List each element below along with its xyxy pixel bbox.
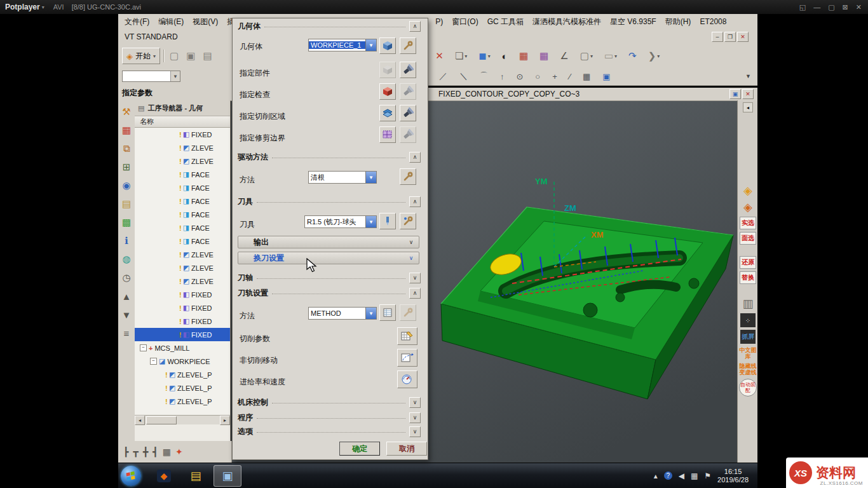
scroll-up-icon[interactable]: ▲ bbox=[119, 289, 133, 303]
taskbar-clock[interactable]: 16:15 2019/6/28 bbox=[717, 468, 749, 484]
expander-icon[interactable]: − bbox=[150, 358, 157, 365]
roles-icon[interactable]: ⚒ bbox=[119, 105, 133, 119]
tree-row[interactable]: !◧FIXED bbox=[135, 128, 230, 141]
tree-row[interactable]: !◩ZLEVEL_P bbox=[135, 395, 230, 408]
edit-tool-button[interactable] bbox=[400, 213, 416, 229]
dark-tool-icon[interactable]: ⁘ bbox=[740, 313, 756, 327]
chinese-library-button[interactable]: 中文图库 bbox=[739, 347, 757, 360]
collapse-path-icon[interactable]: ∧ bbox=[409, 288, 421, 299]
tree-row[interactable]: !◧FIXED bbox=[135, 301, 230, 315]
scroll-thumb[interactable] bbox=[146, 416, 177, 424]
child-close-icon[interactable]: ✕ bbox=[737, 32, 749, 42]
hot-tool-icon[interactable]: ✦ bbox=[175, 447, 183, 457]
layer-combo[interactable]: ▼ bbox=[122, 71, 180, 82]
new-geometry-button[interactable] bbox=[379, 37, 396, 54]
snap-mid-icon[interactable]: ＼ bbox=[458, 69, 470, 83]
maximize-icon[interactable]: ▢ bbox=[828, 3, 834, 11]
restore-button[interactable]: 还原 bbox=[740, 256, 756, 269]
assembly-red-icon[interactable]: ▦ bbox=[517, 49, 530, 63]
tree-row[interactable]: !◩ZLEVE bbox=[135, 274, 230, 288]
tree-row[interactable]: !◩ZLEVE bbox=[135, 248, 230, 261]
taskbar-photos-button[interactable]: ▣ bbox=[214, 465, 241, 487]
navigator-hscrollbar[interactable]: ◂ ▸ bbox=[135, 415, 230, 424]
tool-combo[interactable]: R1.5 (铣刀-球头▼ bbox=[304, 215, 377, 228]
snap-plus-icon[interactable]: + bbox=[550, 69, 559, 83]
tree-row[interactable]: !◩ZLEVE bbox=[135, 154, 230, 168]
scroll-right-icon[interactable]: ▸ bbox=[220, 416, 230, 425]
specify-part-button[interactable] bbox=[379, 62, 396, 78]
menu-handle-icon[interactable]: ≡ bbox=[119, 326, 133, 340]
auto-assembly-button[interactable]: 自动装配 bbox=[739, 379, 757, 396]
tree-row[interactable]: −+MCS_MILL bbox=[135, 341, 230, 355]
pattern-icon[interactable]: ▥ bbox=[738, 297, 758, 311]
viewport-scroll-icon[interactable]: ◂ bbox=[743, 102, 753, 112]
expander-icon[interactable]: − bbox=[140, 344, 147, 351]
select-part-button[interactable] bbox=[400, 62, 416, 78]
web-browser-icon[interactable]: ◉ bbox=[119, 179, 133, 193]
snap-toggle-icon[interactable]: ✕ bbox=[433, 49, 445, 63]
more-tools-icon[interactable]: ❯▾ bbox=[646, 49, 662, 63]
tree-row[interactable]: !◩ZLEVEL_P bbox=[135, 368, 230, 381]
tree-row[interactable]: !◨FACE bbox=[135, 221, 230, 234]
method-list-button[interactable] bbox=[379, 304, 396, 321]
tree-cross-icon[interactable]: ╋ bbox=[143, 447, 148, 457]
feeds-button[interactable] bbox=[397, 370, 417, 388]
expand-tool-change-icon[interactable]: ∨ bbox=[406, 254, 416, 263]
menu-item[interactable]: 星空 V6.935F bbox=[610, 17, 656, 27]
non-cutting-button[interactable] bbox=[397, 349, 417, 367]
snap-circle-icon[interactable]: ○ bbox=[533, 69, 542, 83]
tray-hidden-icons-icon[interactable]: ▴ bbox=[654, 471, 658, 480]
menu-item[interactable]: GC 工具箱 bbox=[487, 17, 524, 27]
cutting-params-button[interactable] bbox=[397, 327, 417, 345]
table-snap-icon[interactable]: ▣ bbox=[600, 69, 612, 83]
operation-navigator-icon[interactable]: ⊞ bbox=[119, 160, 133, 174]
select-check-button[interactable] bbox=[400, 83, 416, 100]
expand-tool-axis-icon[interactable]: ∨ bbox=[409, 273, 421, 283]
scroll-down-icon[interactable]: ▼ bbox=[119, 308, 133, 322]
layer-combo-drop-icon[interactable]: ▼ bbox=[170, 71, 180, 81]
background-icon[interactable]: ▭▾ bbox=[602, 49, 619, 63]
tree-row[interactable]: !◧FIXED bbox=[135, 315, 230, 328]
expand-options-icon[interactable]: ∨ bbox=[409, 426, 421, 437]
info-icon[interactable]: ℹ bbox=[119, 234, 133, 248]
player-app-name[interactable]: Potplayer bbox=[5, 3, 40, 11]
tree-expand-icon[interactable]: ┣ bbox=[123, 447, 128, 457]
tree-row[interactable]: !◨FACE bbox=[135, 168, 230, 181]
drive-method-combo[interactable]: 清根▼ bbox=[308, 171, 377, 184]
geometry-combo[interactable]: WORKPIECE_1▼ bbox=[308, 39, 377, 51]
tray-volume-icon[interactable]: ◀ bbox=[679, 471, 684, 480]
snap-end-icon[interactable]: ／ bbox=[437, 69, 449, 83]
tree-row[interactable]: !◧FIXED bbox=[135, 328, 230, 341]
collapse-drive-icon[interactable]: ∧ bbox=[409, 152, 421, 163]
open-file-icon[interactable]: ▣ bbox=[184, 49, 197, 63]
specify-trim-button[interactable] bbox=[379, 126, 396, 143]
child-close-button[interactable]: ✕ bbox=[742, 89, 754, 99]
edit-method-button[interactable] bbox=[400, 304, 416, 321]
expand-program-icon[interactable]: ∨ bbox=[409, 412, 421, 423]
hidden-line-button[interactable]: 隐藏线变虚线 bbox=[739, 363, 757, 376]
menu-item[interactable]: 编辑(E) bbox=[158, 17, 184, 27]
taskbar-nx-button[interactable]: ◆ bbox=[150, 465, 178, 487]
expand-machine-icon[interactable]: ∨ bbox=[409, 397, 421, 408]
collapse-geometry-icon[interactable]: ∧ bbox=[409, 21, 421, 32]
measure-icon[interactable]: ∠ bbox=[558, 49, 570, 63]
snap-arc-icon[interactable]: ⌒ bbox=[478, 69, 490, 83]
toolbar-overflow-icon[interactable]: ▼ bbox=[745, 73, 751, 79]
tree-row[interactable]: !◨FACE bbox=[135, 194, 230, 208]
menu-item[interactable]: P) bbox=[435, 17, 443, 26]
solid-select-button[interactable]: 实选 bbox=[740, 217, 756, 229]
select-cut-area-button[interactable] bbox=[400, 105, 416, 121]
screen-capture-button[interactable]: 抓屏 bbox=[740, 330, 756, 344]
output-banner[interactable]: 输出∨ bbox=[238, 236, 419, 248]
child-helper-icon[interactable]: ▣ bbox=[729, 89, 741, 99]
specify-check-button[interactable] bbox=[379, 83, 396, 100]
tree-row[interactable]: !◨FACE bbox=[135, 208, 230, 221]
snap-up-icon[interactable]: ↑ bbox=[498, 69, 506, 83]
specify-cut-area-button[interactable] bbox=[379, 105, 396, 121]
orient-view-icon[interactable]: ↷ bbox=[627, 49, 639, 63]
collapse-tool-icon[interactable]: ∧ bbox=[409, 196, 421, 207]
tree-grid-icon[interactable]: ▦ bbox=[163, 447, 171, 457]
render-style-icon[interactable]: ◐ bbox=[500, 49, 510, 63]
edit-drive-method-button[interactable] bbox=[400, 168, 416, 185]
tree-row[interactable]: !◩ZLEVEL_P bbox=[135, 381, 230, 395]
